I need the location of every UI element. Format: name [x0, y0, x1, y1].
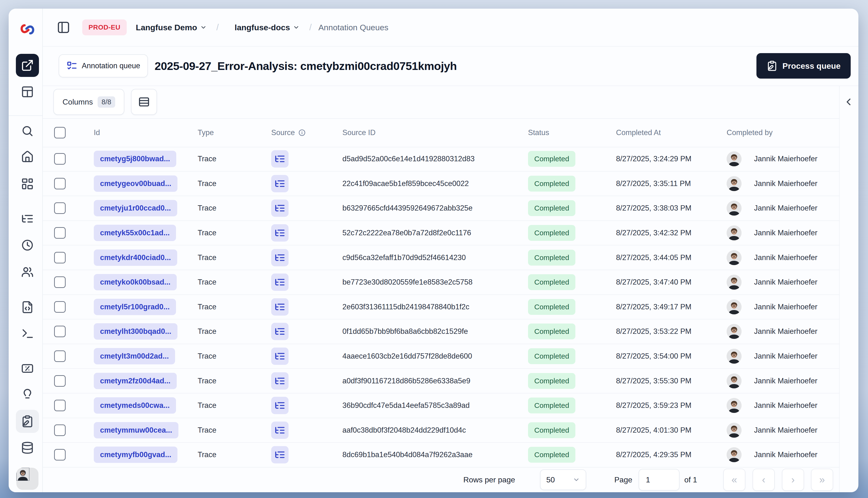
row-checkbox[interactable]: [54, 400, 66, 411]
dashboards-icon[interactable]: [16, 172, 39, 195]
item-id-badge[interactable]: cmetymmuw00cea...: [94, 422, 178, 438]
column-header-completed-at[interactable]: Completed At: [616, 128, 661, 137]
table-row[interactable]: cmetylht300bqad0... Trace 0f1dd65b7bb9bf…: [43, 319, 839, 344]
collapse-panel-button[interactable]: [843, 96, 854, 107]
row-checkbox[interactable]: [54, 227, 66, 239]
prompts-file-code-icon[interactable]: [16, 296, 39, 319]
search-icon[interactable]: [16, 119, 39, 143]
column-header-status[interactable]: Status: [528, 128, 549, 137]
rows-per-page-select[interactable]: 50: [540, 469, 586, 490]
table-row[interactable]: cmetyl5r100grad0... Trace 2e603f31361115…: [43, 295, 839, 320]
annotation-queue-type-badge[interactable]: Annotation queue: [59, 54, 148, 77]
item-id-badge[interactable]: cmetyko0k00bsad...: [94, 274, 177, 290]
item-id-badge[interactable]: cmetyju1r00ccad0...: [94, 200, 177, 216]
item-id-badge[interactable]: cmetymeds00cwa...: [94, 397, 176, 414]
table-row[interactable]: cmetyju1r00ccad0... Trace b63297665cfd44…: [43, 196, 839, 221]
row-checkbox[interactable]: [54, 202, 66, 214]
tracing-icon[interactable]: [16, 207, 39, 230]
item-id-badge[interactable]: cmetykdr400ciad0...: [94, 249, 177, 266]
row-height-button[interactable]: [131, 89, 157, 115]
table-row[interactable]: cmetymmuw00cea... Trace aaf0c38db0f3f204…: [43, 418, 839, 443]
trace-source-icon[interactable]: [271, 446, 288, 463]
trace-source-icon[interactable]: [271, 175, 288, 192]
trace-source-icon[interactable]: [271, 199, 288, 217]
row-checkbox[interactable]: [54, 153, 66, 165]
open-external-button[interactable]: [16, 54, 39, 77]
trace-source-icon[interactable]: [271, 422, 288, 439]
app-window: PROD-EU Langfuse Demo / langfuse-docs / …: [9, 9, 858, 492]
insights-lightbulb-icon[interactable]: [16, 383, 39, 406]
row-checkbox[interactable]: [54, 326, 66, 337]
home-icon[interactable]: [16, 145, 39, 168]
table-row[interactable]: cmetym2fz00d4ad... Trace a0df3f901167218…: [43, 369, 839, 393]
item-id-badge[interactable]: cmetymyfb00gvad...: [94, 447, 178, 463]
datasets-database-icon[interactable]: [16, 436, 39, 459]
table-row[interactable]: cmetymyfb00gvad... Trace 8dc69b1ba1e540b…: [43, 443, 839, 468]
item-id-badge[interactable]: cmetylt3m00d2ad...: [94, 348, 175, 364]
completed-by-name: Jannik Maierhoefer: [754, 327, 817, 336]
table-row[interactable]: cmetygeov00buad... Trace 22c41f09acae5b1…: [43, 172, 839, 196]
item-id-badge[interactable]: cmetym2fz00d4ad...: [94, 373, 177, 389]
info-icon[interactable]: [298, 129, 306, 136]
first-page-button[interactable]: «: [723, 469, 746, 491]
columns-button[interactable]: Columns 8/8: [53, 89, 124, 115]
users-icon[interactable]: [16, 261, 39, 284]
last-page-button[interactable]: »: [811, 469, 833, 491]
column-header-id[interactable]: Id: [94, 128, 100, 137]
table-row[interactable]: cmetyk55x00c1ad... Trace 52c72c2222ea78e…: [43, 221, 839, 246]
column-header-completed-by[interactable]: Completed by: [727, 128, 773, 137]
next-page-button[interactable]: ›: [782, 469, 804, 491]
row-checkbox[interactable]: [54, 178, 66, 189]
item-id-badge[interactable]: cmetylht300bqad0...: [94, 323, 178, 340]
trace-source-icon[interactable]: [271, 298, 288, 316]
chevron-down-icon[interactable]: [200, 24, 207, 31]
source-id: a0df3f901167218d86b5286e6338a5e9: [342, 377, 470, 385]
breadcrumb-project[interactable]: langfuse-docs: [235, 23, 290, 32]
column-header-source-id[interactable]: Source ID: [342, 128, 376, 137]
avatar: [727, 176, 741, 191]
row-checkbox[interactable]: [54, 301, 66, 313]
trace-source-icon[interactable]: [271, 224, 288, 241]
item-type: Trace: [198, 278, 216, 287]
trace-source-icon[interactable]: [271, 150, 288, 168]
sidebar-toggle-icon[interactable]: [55, 19, 72, 36]
evaluation-percent-icon[interactable]: [16, 357, 39, 380]
item-id-badge[interactable]: cmetyg5j800bwad...: [94, 151, 176, 167]
trace-source-icon[interactable]: [271, 323, 288, 340]
trace-source-icon[interactable]: [271, 372, 288, 390]
row-checkbox[interactable]: [54, 424, 66, 436]
item-id-badge[interactable]: cmetyl5r100grad0...: [94, 299, 176, 315]
row-checkbox[interactable]: [54, 276, 66, 288]
chevron-down-icon[interactable]: [293, 24, 300, 31]
prev-page-button[interactable]: ‹: [753, 469, 775, 491]
annotation-queues-icon[interactable]: [16, 410, 39, 433]
column-header-type[interactable]: Type: [198, 128, 214, 137]
table-row[interactable]: cmetyg5j800bwad... Trace d5ad9d52a00c6e1…: [43, 147, 839, 172]
table-row[interactable]: cmetymeds00cwa... Trace 36b90cdfc47e5da1…: [43, 393, 839, 418]
breadcrumb-org[interactable]: Langfuse Demo: [136, 23, 197, 32]
table-view-icon[interactable]: [16, 80, 39, 103]
user-avatar[interactable]: [16, 467, 39, 490]
row-checkbox[interactable]: [54, 449, 66, 460]
item-id-badge[interactable]: cmetygeov00buad...: [94, 175, 178, 192]
environment-badge[interactable]: PROD-EU: [82, 19, 127, 35]
trace-source-icon[interactable]: [271, 249, 288, 266]
playground-terminal-icon[interactable]: [16, 322, 39, 345]
table-row[interactable]: cmetylt3m00d2ad... Trace 4aaece1603cb2e1…: [43, 344, 839, 369]
trace-source-icon[interactable]: [271, 397, 288, 414]
row-checkbox[interactable]: [54, 351, 66, 362]
page-number-input[interactable]: [639, 469, 679, 490]
row-checkbox[interactable]: [54, 375, 66, 387]
item-id-badge[interactable]: cmetyk55x00c1ad...: [94, 225, 176, 241]
row-checkbox[interactable]: [54, 252, 66, 263]
table-row[interactable]: cmetykdr400ciad0... Trace c9d56ca32efaff…: [43, 245, 839, 270]
column-header-source[interactable]: Source: [271, 128, 306, 137]
status-badge: Completed: [528, 200, 575, 216]
item-type: Trace: [198, 253, 216, 262]
select-all-checkbox[interactable]: [54, 127, 66, 139]
sessions-clock-icon[interactable]: [16, 234, 39, 257]
trace-source-icon[interactable]: [271, 348, 288, 365]
table-row[interactable]: cmetyko0k00bsad... Trace be7723e30d80205…: [43, 270, 839, 295]
trace-source-icon[interactable]: [271, 274, 288, 291]
process-queue-button[interactable]: Process queue: [756, 53, 851, 79]
